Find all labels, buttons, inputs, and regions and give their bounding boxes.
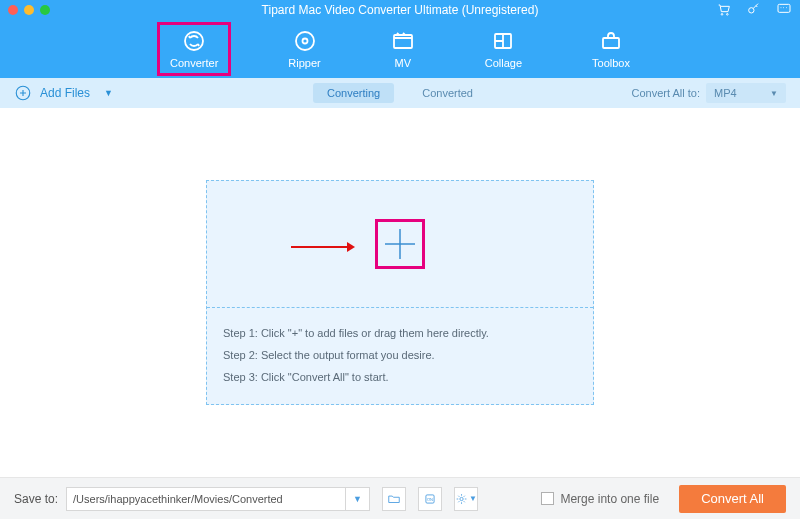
save-to-label: Save to: [14,492,58,506]
dropzone[interactable]: Step 1: Click "+" to add files or drag t… [206,180,594,405]
dropzone-top [207,181,593,307]
key-icon[interactable] [746,1,762,20]
convert-all-button[interactable]: Convert All [679,485,786,513]
status-tabs: Converting Converted [313,83,487,103]
titlebar: Tipard Mac Video Converter Ultimate (Unr… [0,0,800,20]
svg-point-6 [302,39,307,44]
cart-icon[interactable] [716,1,732,20]
svg-point-0 [721,13,723,15]
chevron-down-icon[interactable]: ▼ [104,88,113,98]
step-3: Step 3: Click "Convert All" to start. [223,366,577,388]
nav-label: Toolbox [592,57,630,69]
chevron-down-icon: ▼ [770,89,778,98]
app-window: Tipard Mac Video Converter Ultimate (Unr… [0,0,800,519]
instruction-steps: Step 1: Click "+" to add files or drag t… [207,308,593,404]
svg-rect-3 [778,4,790,12]
output-format-select[interactable]: MP4 ▼ [706,83,786,103]
close-window-button[interactable] [8,5,18,15]
open-folder-button[interactable] [382,487,406,511]
arrow-annotation [291,240,355,257]
add-files-plus-button[interactable] [375,219,425,269]
svg-rect-7 [394,35,412,48]
settings-button[interactable]: ▼ [454,487,478,511]
nav-converter[interactable]: Converter [160,25,228,73]
output-path-dropdown[interactable]: ▼ [346,487,370,511]
tab-converting[interactable]: Converting [313,83,394,103]
output-path-field[interactable]: /Users/ihappyacethinker/Movies/Converted [66,487,346,511]
nav-mv[interactable]: MV [381,25,425,73]
nav-label: Converter [170,57,218,69]
maximize-window-button[interactable] [40,5,50,15]
svg-point-17 [460,497,463,500]
main-area: Step 1: Click "+" to add files or drag t… [0,108,800,477]
svg-marker-12 [347,242,355,252]
main-nav: Converter Ripper MV Collage Toolbox [0,20,800,78]
add-files-button[interactable]: Add Files ▼ [14,84,113,102]
gpu-accel-button[interactable]: ON [418,487,442,511]
output-format-value: MP4 [714,87,737,99]
merge-option[interactable]: Merge into one file [541,492,659,506]
add-files-label: Add Files [40,86,90,100]
convert-all-to-label: Convert All to: [632,87,700,99]
svg-point-4 [185,32,203,50]
nav-ripper[interactable]: Ripper [278,25,330,73]
svg-point-2 [749,7,754,12]
merge-label: Merge into one file [560,492,659,506]
minimize-window-button[interactable] [24,5,34,15]
svg-point-5 [296,32,314,50]
app-title: Tipard Mac Video Converter Ultimate (Unr… [0,3,800,17]
svg-point-1 [727,13,729,15]
nav-label: MV [394,57,411,69]
chevron-down-icon: ▼ [469,494,477,503]
step-1: Step 1: Click "+" to add files or drag t… [223,322,577,344]
svg-rect-9 [603,38,619,48]
nav-label: Collage [485,57,522,69]
nav-toolbox[interactable]: Toolbox [582,25,640,73]
step-2: Step 2: Select the output format you des… [223,344,577,366]
nav-label: Ripper [288,57,320,69]
nav-collage[interactable]: Collage [475,25,532,73]
tab-converted[interactable]: Converted [408,83,487,103]
footer: Save to: /Users/ihappyacethinker/Movies/… [0,477,800,519]
subbar: Add Files ▼ Converting Converted Convert… [0,78,800,108]
traffic-lights [8,5,50,15]
svg-text:ON: ON [427,496,433,501]
feedback-icon[interactable] [776,1,792,20]
merge-checkbox[interactable] [541,492,554,505]
